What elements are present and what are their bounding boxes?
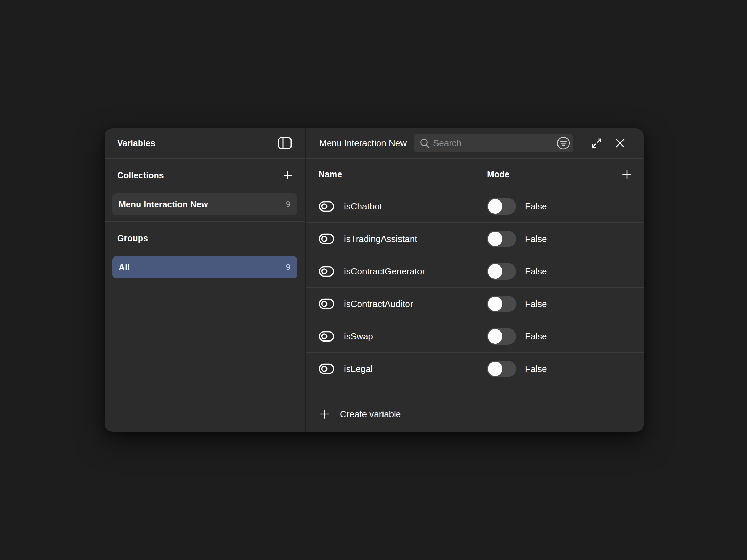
variable-name-cell: isSwap [306, 320, 474, 352]
partial-name-cell [306, 385, 474, 396]
sidebar: Variables Collections [105, 128, 306, 432]
add-mode-cell [610, 159, 644, 190]
table-header-row: Name Mode [306, 159, 644, 190]
mode-toggle[interactable] [487, 328, 516, 345]
plus-icon [283, 170, 293, 180]
expand-button[interactable] [588, 135, 605, 151]
boolean-variable-icon [319, 265, 334, 277]
mode-toggle[interactable] [487, 231, 516, 247]
search-icon [419, 138, 430, 149]
plus-icon [621, 169, 633, 180]
boolean-variable-icon [319, 298, 334, 310]
layout-sidebar-icon [278, 137, 292, 149]
table-row[interactable]: isChatbot False [306, 190, 644, 223]
toggle-value-label: False [525, 234, 547, 244]
variable-mode-cell: False [474, 190, 610, 222]
groups-heading: Groups [117, 233, 148, 243]
toggle-knob [488, 232, 502, 246]
filter-circle-icon [556, 136, 570, 150]
sidebar-header: Variables [105, 128, 305, 159]
group-item-label: All [119, 262, 130, 272]
create-variable-button[interactable]: Create variable [319, 409, 408, 420]
variable-name: isContractGenerator [344, 266, 425, 277]
table-row[interactable]: isContractAuditor False [306, 288, 644, 320]
toggle-knob [488, 329, 502, 344]
boolean-variable-icon [319, 363, 334, 375]
main-area: Menu Interaction New [306, 128, 644, 432]
column-header-mode: Mode [474, 159, 610, 190]
table-row[interactable]: isSwap False [306, 320, 644, 353]
collection-header: Menu Interaction New [306, 128, 644, 159]
toggle-knob [488, 362, 502, 376]
variable-name-cell: isChatbot [306, 190, 474, 222]
create-variable-label: Create variable [340, 409, 401, 420]
table-footer: Create variable [306, 396, 644, 432]
variable-name-cell: isTradingAssistant [306, 223, 474, 255]
group-item-count: 9 [286, 262, 290, 272]
close-icon [615, 138, 625, 148]
table-row[interactable]: isContractGenerator False [306, 255, 644, 288]
mode-toggle[interactable] [487, 263, 516, 280]
variable-mode-cell: False [474, 255, 610, 287]
row-extra-cell [610, 255, 644, 287]
search-box [414, 134, 573, 152]
mode-toggle[interactable] [487, 198, 516, 215]
row-extra-cell [610, 353, 644, 385]
groups-header-row: Groups [105, 222, 305, 255]
variable-mode-cell: False [474, 288, 610, 320]
collection-item-count: 9 [286, 199, 290, 209]
variable-mode-cell: False [474, 223, 610, 255]
collections-header-row: Collections [105, 159, 305, 192]
toggle-value-label: False [525, 364, 547, 374]
toggle-value-label: False [525, 201, 547, 212]
variable-name: isLegal [344, 364, 372, 374]
toggle-knob [488, 264, 502, 279]
boolean-variable-icon [319, 330, 334, 342]
variable-name-cell: isContractGenerator [306, 255, 474, 287]
add-collection-button[interactable] [279, 167, 296, 184]
variable-name-cell: isContractAuditor [306, 288, 474, 320]
toggle-sidebar-button[interactable] [277, 135, 293, 151]
toggle-knob [488, 199, 502, 214]
search-input[interactable] [430, 138, 553, 149]
row-extra-cell [610, 223, 644, 255]
mode-toggle[interactable] [487, 296, 516, 312]
table-body: isChatbot False isTradingAssistant False [306, 190, 644, 385]
collections-section: Collections Menu Interaction New 9 [105, 159, 305, 222]
groups-section: Groups All 9 [105, 222, 305, 278]
column-header-name: Name [306, 159, 474, 190]
variable-mode-cell: False [474, 353, 610, 385]
row-extra-cell [610, 320, 644, 352]
toggle-value-label: False [525, 266, 547, 277]
row-extra-cell [610, 288, 644, 320]
collection-item-label: Menu Interaction New [119, 199, 208, 209]
mode-toggle[interactable] [487, 361, 516, 377]
toggle-value-label: False [525, 331, 547, 342]
close-button[interactable] [612, 135, 628, 151]
boolean-variable-icon [319, 233, 334, 245]
partial-mode-cell [474, 385, 610, 396]
collection-title: Menu Interaction New [319, 138, 407, 149]
group-item-all[interactable]: All 9 [112, 256, 297, 278]
panel-title: Variables [117, 138, 155, 148]
plus-icon [319, 409, 330, 420]
collections-heading: Collections [117, 170, 164, 180]
add-variable-column-button[interactable] [619, 166, 635, 183]
variable-name: isContractAuditor [344, 299, 413, 309]
variables-panel: Variables Collections [105, 128, 644, 432]
table-row[interactable]: isLegal False [306, 353, 644, 385]
partial-row [306, 385, 644, 396]
variable-name: isSwap [344, 331, 373, 342]
partial-plus-cell [610, 385, 644, 396]
toggle-value-label: False [525, 299, 547, 309]
filter-button[interactable] [553, 134, 573, 152]
boolean-variable-icon [319, 200, 334, 212]
table-row[interactable]: isTradingAssistant False [306, 223, 644, 255]
collection-item-menu-interaction-new[interactable]: Menu Interaction New 9 [112, 193, 297, 215]
variable-name-cell: isLegal [306, 353, 474, 385]
variable-name: isTradingAssistant [344, 234, 417, 244]
variable-name: isChatbot [344, 201, 382, 212]
row-extra-cell [610, 190, 644, 222]
expand-diagonal-icon [591, 137, 602, 149]
toggle-knob [488, 297, 502, 311]
